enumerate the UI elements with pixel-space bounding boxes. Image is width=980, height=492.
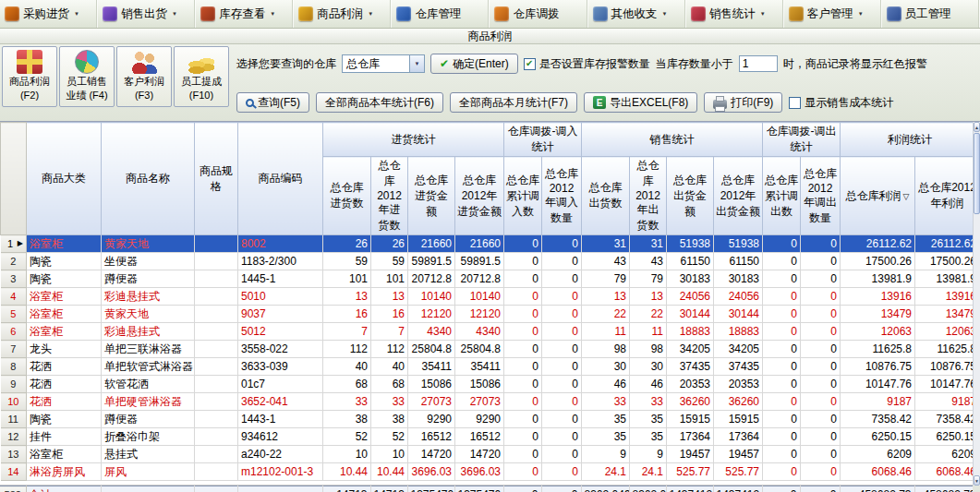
table-row[interactable]: 7龙头单把三联淋浴器3558-02211211225804.825804.800… — [1, 341, 974, 358]
cell[interactable]: 12120 — [408, 306, 455, 323]
menu-item[interactable]: 仓库调拨 — [490, 0, 587, 28]
vertical-scrollbar-thumb[interactable] — [974, 133, 980, 214]
cell[interactable]: 21660 — [455, 235, 504, 253]
row-number[interactable]: 3 — [1, 270, 27, 288]
cell[interactable]: 34205 — [714, 341, 763, 358]
row-number[interactable]: 5 — [1, 306, 27, 323]
cell[interactable]: 0 — [542, 306, 582, 323]
col-header-sales-amount[interactable]: 总仓库出货金额 — [667, 157, 714, 235]
cell[interactable]: 38 — [371, 411, 408, 428]
table-row[interactable]: 10花洒单把硬管淋浴器3652-041333327073270730033333… — [1, 393, 974, 411]
cell[interactable]: 30183 — [667, 270, 714, 288]
cell[interactable]: 0 — [763, 323, 801, 341]
col-header-profit[interactable]: 总仓库利润▽ — [841, 157, 915, 235]
cell[interactable]: 24056 — [714, 288, 763, 306]
cell[interactable] — [194, 486, 237, 492]
row-number[interactable]: 4 — [1, 288, 27, 306]
cell[interactable]: 0 — [542, 463, 582, 481]
cell[interactable] — [195, 463, 238, 481]
cell[interactable]: 0 — [763, 288, 801, 306]
cell[interactable] — [195, 446, 238, 463]
menu-item[interactable]: 仓库管理 — [392, 0, 490, 28]
row-number[interactable]: 1▶ — [1, 235, 27, 253]
year-stats-button[interactable]: 全部商品本年统计(F6) — [316, 92, 443, 113]
cell[interactable] — [195, 323, 238, 341]
cell[interactable]: 0 — [801, 358, 841, 376]
cell[interactable]: 61150 — [667, 253, 714, 270]
cell[interactable]: 59891.5 — [408, 253, 455, 270]
cell[interactable]: 18883 — [667, 323, 714, 341]
cell[interactable]: 浴室柜 — [27, 446, 102, 463]
cell[interactable]: 51938 — [667, 235, 714, 253]
cell[interactable]: 1445-1 — [238, 270, 323, 288]
cell[interactable]: 0 — [542, 411, 582, 428]
cell[interactable]: 0 — [801, 288, 841, 306]
row-number[interactable]: 12 — [1, 428, 27, 446]
row-number[interactable]: 10 — [1, 393, 27, 411]
cell[interactable]: 27073 — [408, 393, 455, 411]
cell[interactable]: 98 — [582, 341, 630, 358]
cell[interactable] — [195, 358, 238, 376]
cell[interactable]: 0 — [504, 253, 542, 270]
cell[interactable]: 坐便器 — [102, 253, 195, 270]
cell[interactable]: 10.44 — [323, 463, 371, 481]
cell[interactable]: 蹲便器 — [102, 270, 195, 288]
cell[interactable]: 0 — [763, 393, 801, 411]
cell[interactable]: 0 — [504, 341, 542, 358]
cell[interactable]: 1375470.7 — [407, 486, 454, 492]
cell[interactable]: 43 — [582, 253, 630, 270]
cell[interactable]: 31 — [630, 235, 667, 253]
cell[interactable]: 10876.75 — [841, 358, 915, 376]
cell[interactable]: 35 — [582, 428, 630, 446]
cell[interactable]: a240-22 — [238, 446, 323, 463]
customer-profit-button[interactable]: 客户利润 (F3) — [116, 46, 172, 107]
vertical-scrollbar[interactable]: ▲ ▼ — [973, 122, 980, 486]
cell[interactable]: 33 — [371, 393, 408, 411]
table-row[interactable]: 11陶瓷蹲便器1443-1383892909290003535159151591… — [1, 411, 974, 428]
cell[interactable]: 36260 — [714, 393, 763, 411]
cell[interactable]: 14713 — [322, 486, 370, 492]
cell[interactable]: 0 — [504, 446, 542, 463]
cell[interactable]: 68 — [371, 376, 408, 393]
cell[interactable] — [101, 486, 194, 492]
cell[interactable]: 52 — [371, 428, 408, 446]
cell[interactable]: 折叠浴巾架 — [102, 428, 195, 446]
cell[interactable]: 花洒 — [27, 376, 102, 393]
cell[interactable]: 51938 — [714, 235, 763, 253]
cell[interactable]: 18883 — [714, 323, 763, 341]
cell[interactable]: 7 — [371, 323, 408, 341]
cell[interactable]: 0 — [801, 235, 841, 253]
col-header-purchase-amount[interactable]: 总仓库进货金额 — [408, 157, 455, 235]
cell[interactable]: 0 — [801, 411, 841, 428]
cell[interactable]: 35411 — [455, 358, 504, 376]
cell[interactable]: 0 — [801, 393, 841, 411]
cell[interactable]: 26112.62 — [841, 235, 915, 253]
cell[interactable]: 7 — [323, 323, 371, 341]
cell[interactable]: 12063 — [841, 323, 915, 341]
cell[interactable]: 0 — [763, 358, 801, 376]
cell[interactable]: 17500.26 — [841, 253, 915, 270]
cell[interactable]: 6068.46 — [841, 463, 915, 481]
table-row[interactable]: 5浴室柜黄家天地90371616121201212000222230144301… — [1, 306, 974, 323]
row-number[interactable]: 11 — [1, 411, 27, 428]
cell[interactable]: 软管花洒 — [102, 376, 195, 393]
col-header-profit-2012[interactable]: 总仓库2012年利润 — [915, 157, 974, 235]
menu-item[interactable]: 销售出货 ▼ — [98, 0, 196, 28]
cell[interactable]: 26 — [323, 235, 371, 253]
cell[interactable]: 0 — [542, 376, 582, 393]
cell[interactable]: 4340 — [408, 323, 455, 341]
staff-sales-button[interactable]: 员工销售 业绩 (F4) — [59, 46, 115, 107]
cell[interactable]: 59 — [323, 253, 371, 270]
cell[interactable]: 101 — [323, 270, 371, 288]
stock-threshold-input[interactable] — [739, 55, 778, 72]
cell[interactable]: 15086 — [455, 376, 504, 393]
cell[interactable]: 0 — [763, 446, 801, 463]
cell[interactable]: 43 — [630, 253, 667, 270]
cell[interactable]: 0 — [763, 428, 801, 446]
cell[interactable]: 9037 — [238, 306, 323, 323]
cell[interactable]: 30144 — [714, 306, 763, 323]
cell[interactable]: 1437412 — [666, 486, 713, 492]
cell[interactable]: 37435 — [667, 358, 714, 376]
product-profit-button[interactable]: 商品利润 (F2) — [2, 46, 57, 107]
menu-item[interactable]: 客户管理 ▼ — [784, 0, 882, 28]
